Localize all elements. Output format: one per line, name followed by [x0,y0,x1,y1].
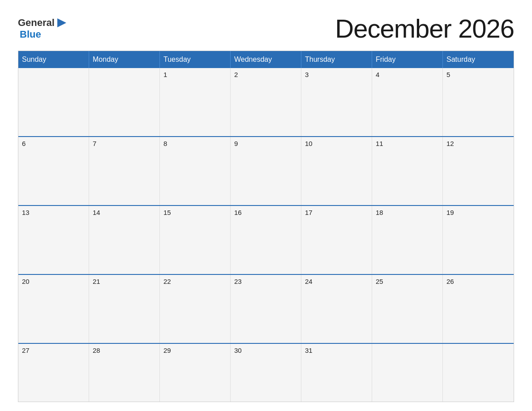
day-number: 9 [234,140,297,147]
day-number: 7 [93,140,156,147]
day-number: 25 [376,278,439,285]
calendar-cell: 19 [443,206,514,274]
calendar-cell: 3 [301,68,372,136]
day-number: 15 [163,209,227,216]
calendar-week-2: 6789101112 [18,136,514,205]
day-number: 28 [93,347,156,354]
calendar-cell: 6 [18,137,89,205]
calendar-cell: 7 [89,137,160,205]
day-number: 2 [234,71,297,78]
svg-marker-0 [57,18,66,27]
calendar-week-4: 20212223242526 [18,274,514,343]
month-title: December 2026 [335,13,514,43]
day-number: 14 [93,209,156,216]
header-cell-friday: Friday [372,51,443,68]
calendar-cell: 11 [372,137,443,205]
logo-row1: General [18,17,70,29]
day-number: 1 [163,71,227,78]
header-cell-monday: Monday [89,51,160,68]
header-cell-saturday: Saturday [443,51,514,68]
header-cell-thursday: Thursday [301,51,372,68]
day-number: 22 [163,278,227,285]
day-number: 5 [446,71,510,78]
day-number: 31 [305,347,368,354]
calendar-cell: 28 [89,344,160,402]
calendar-page: General Blue December 2026 SundayMondayT… [0,0,532,411]
calendar-cell: 13 [18,206,89,274]
calendar-cell: 30 [231,344,301,402]
calendar-cell: 21 [89,275,160,343]
day-number: 12 [446,140,510,147]
day-number: 27 [22,347,85,354]
calendar-body: 1234567891011121314151617181920212223242… [18,68,514,402]
calendar-cell: 9 [231,137,301,205]
calendar-cell [18,68,89,136]
calendar-cell: 29 [160,344,231,402]
day-number: 8 [163,140,227,147]
day-number: 20 [22,278,85,285]
header-cell-tuesday: Tuesday [160,51,231,68]
calendar-cell: 24 [301,275,372,343]
calendar-cell: 2 [231,68,301,136]
calendar-cell: 20 [18,275,89,343]
calendar-cell: 5 [443,68,514,136]
day-number: 16 [234,209,297,216]
logo-arrow-icon [56,17,68,29]
header-cell-wednesday: Wednesday [231,51,301,68]
day-number: 11 [376,140,439,147]
day-number: 23 [234,278,297,285]
calendar-cell [372,344,443,402]
calendar-week-3: 13141516171819 [18,205,514,274]
calendar-cell: 8 [160,137,231,205]
calendar-cell: 1 [160,68,231,136]
calendar-cell: 4 [372,68,443,136]
day-number: 26 [446,278,510,285]
calendar-cell: 27 [18,344,89,402]
calendar-cell: 15 [160,206,231,274]
day-number: 10 [305,140,368,147]
day-number: 21 [93,278,156,285]
calendar-cell: 10 [301,137,372,205]
logo-blue-text: Blue [20,29,70,40]
day-number: 19 [446,209,510,216]
calendar-cell: 25 [372,275,443,343]
day-number: 30 [234,347,297,354]
calendar-week-1: 12345 [18,68,514,136]
calendar-cell: 26 [443,275,514,343]
header-cell-sunday: Sunday [18,51,89,68]
calendar-cell: 31 [301,344,372,402]
calendar-cell [443,344,514,402]
calendar-cell [89,68,160,136]
calendar-cell: 22 [160,275,231,343]
day-number: 29 [163,347,227,354]
day-number: 17 [305,209,368,216]
day-number: 4 [376,71,439,78]
calendar-cell: 14 [89,206,160,274]
logo: General Blue [18,17,70,40]
page-header: General Blue December 2026 [18,13,514,43]
day-number: 18 [376,209,439,216]
calendar-cell: 17 [301,206,372,274]
day-number: 24 [305,278,368,285]
calendar-grid: SundayMondayTuesdayWednesdayThursdayFrid… [18,51,514,402]
calendar-cell: 18 [372,206,443,274]
calendar-cell: 12 [443,137,514,205]
day-number: 3 [305,71,368,78]
day-number: 13 [22,209,85,216]
calendar-header: SundayMondayTuesdayWednesdayThursdayFrid… [18,51,514,68]
logo-block: General Blue [18,17,70,40]
calendar-cell: 16 [231,206,301,274]
logo-general-text: General [18,17,55,28]
calendar-cell: 23 [231,275,301,343]
day-number: 6 [22,140,85,147]
calendar-week-5: 2728293031 [18,343,514,402]
